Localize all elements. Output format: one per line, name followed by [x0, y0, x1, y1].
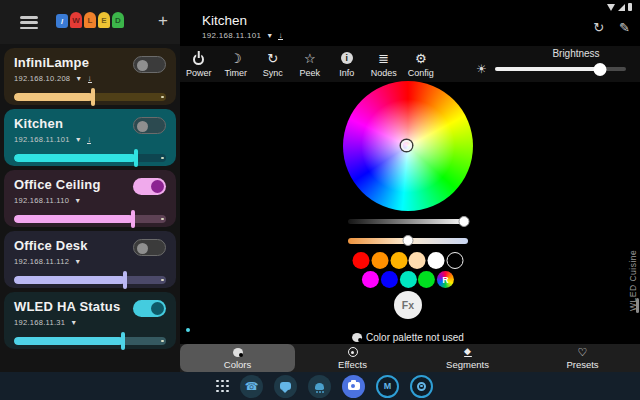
master-brightness: Brightness ☀	[476, 46, 626, 82]
info-icon: i	[341, 51, 353, 66]
brightness-icon: ☀	[476, 63, 487, 75]
star-icon: ☆	[304, 51, 316, 66]
device-ip: 192.168.11.101	[14, 135, 70, 144]
phone-app-icon[interactable]: ☎	[240, 375, 263, 398]
sync-icon: ↻	[267, 51, 278, 66]
slider-knob[interactable]	[131, 210, 135, 228]
sidebar-topbar: / W L E D +	[0, 0, 180, 44]
swatch-red[interactable]	[353, 252, 370, 269]
slider-knob[interactable]	[123, 271, 127, 289]
device-brightness-slider[interactable]	[14, 271, 166, 289]
camera-app-icon[interactable]	[342, 375, 365, 398]
color-wheel[interactable]	[343, 81, 473, 211]
nodes-button[interactable]: ≣ Nodes	[366, 51, 403, 78]
wled-logo: / W L E D	[56, 12, 124, 28]
android-taskbar: ☎ M	[0, 372, 640, 400]
gear-icon: ⚙	[415, 51, 427, 66]
update-available-icon[interactable]: ↓	[87, 136, 91, 144]
config-button[interactable]: ⚙ Config	[403, 51, 440, 78]
wled-control-panel: Kitchen 192.168.11.101 ▼ ↓ ↻ ✎ Power ☽ T…	[180, 0, 640, 372]
swatch-random[interactable]: R	[437, 271, 454, 288]
white-balance-knob[interactable]	[403, 235, 414, 246]
refresh-button[interactable]: ↻	[593, 20, 604, 35]
swatch-turquoise[interactable]	[400, 271, 417, 288]
tab-colors[interactable]: Colors	[180, 344, 295, 372]
device-ip: 192.168.11.110	[14, 196, 69, 205]
device-card-office-desk[interactable]: Office Desk 192.168.11.112 ▼	[4, 231, 176, 288]
wifi-icon: ▼	[266, 32, 273, 39]
device-name: InfiniLampe	[14, 55, 89, 70]
slider-end-dot	[161, 279, 164, 282]
tab-presets[interactable]: ♡ Presets	[525, 344, 640, 372]
timer-button[interactable]: ☽ Timer	[218, 51, 255, 78]
peek-button[interactable]: ☆ Peek	[292, 51, 329, 78]
color-wheel-cursor[interactable]	[401, 140, 412, 151]
sync-button[interactable]: ↻ Sync	[255, 51, 292, 78]
logo-led-w: W	[70, 12, 82, 28]
add-device-button[interactable]: +	[158, 11, 168, 31]
power-toggle[interactable]	[133, 178, 166, 195]
tab-effects[interactable]: Effects	[295, 344, 410, 372]
brightness-label: Brightness	[526, 48, 626, 59]
color-swatch-row-1	[353, 252, 464, 269]
circles-app-icon[interactable]	[410, 375, 433, 398]
slider-end-dot	[161, 218, 164, 221]
slider-end-dot	[161, 157, 164, 160]
swatch-warm-white[interactable]	[409, 252, 426, 269]
swatch-orange[interactable]	[371, 252, 388, 269]
swatch-black[interactable]	[446, 252, 463, 269]
edit-button[interactable]: ✎	[619, 20, 630, 35]
app-drawer-icon[interactable]	[216, 380, 229, 393]
device-card-office-ceiling[interactable]: Office Ceiling 192.168.11.110 ▼	[4, 170, 176, 227]
swatch-amber[interactable]	[390, 252, 407, 269]
power-toggle[interactable]	[133, 239, 166, 256]
fx-button[interactable]: Fx	[394, 291, 422, 319]
swatch-green[interactable]	[418, 271, 435, 288]
swatch-magenta[interactable]	[362, 271, 379, 288]
m-app-icon[interactable]: M	[376, 375, 399, 398]
device-brightness-slider[interactable]	[14, 149, 166, 167]
palette-status: Color palette not used	[352, 332, 464, 343]
wifi-icon: ▼	[74, 197, 81, 204]
swatch-blue[interactable]	[381, 271, 398, 288]
octopus-app-icon[interactable]	[308, 375, 331, 398]
menu-icon[interactable]	[20, 16, 38, 29]
device-ip: 192.168.11.31	[14, 318, 65, 327]
device-card-kitchen[interactable]: Kitchen 192.168.11.101 ▼ ↓	[4, 109, 176, 166]
power-button[interactable]: Power	[181, 51, 218, 78]
heart-icon: ♡	[578, 346, 588, 358]
battery-icon	[628, 3, 633, 11]
slider-knob[interactable]	[121, 332, 125, 350]
update-available-icon[interactable]: ↓	[88, 75, 92, 83]
device-sidebar: / W L E D + InfiniLampe 192.168.10.208 ▼…	[0, 0, 180, 372]
slider-knob[interactable]	[134, 149, 138, 167]
slider-knob[interactable]	[91, 88, 95, 106]
bottom-tab-bar: Colors Effects ◆ Segments ♡ Presets	[180, 344, 640, 372]
tab-segments[interactable]: ◆ Segments	[410, 344, 525, 372]
value-slider-knob[interactable]	[459, 216, 470, 227]
scrollbar[interactable]	[636, 298, 639, 313]
device-brightness-slider[interactable]	[14, 88, 166, 106]
power-toggle[interactable]	[133, 300, 166, 317]
device-header: Kitchen 192.168.11.101 ▼ ↓	[202, 13, 283, 40]
device-brightness-slider[interactable]	[14, 332, 166, 350]
device-card-wled-ha-status[interactable]: WLED HA Status 192.168.11.31 ▼	[4, 292, 176, 349]
swatch-white[interactable]	[428, 252, 445, 269]
device-brightness-slider[interactable]	[14, 210, 166, 228]
brightness-knob[interactable]	[593, 63, 606, 76]
power-toggle[interactable]	[133, 56, 166, 73]
logo-led-l: L	[84, 12, 96, 28]
messages-app-icon[interactable]	[274, 375, 297, 398]
list-icon: ≣	[378, 51, 389, 66]
device-ip: 192.168.10.208	[14, 74, 70, 83]
power-toggle[interactable]	[133, 117, 166, 134]
wifi-icon	[607, 4, 615, 11]
value-slider[interactable]	[348, 214, 468, 228]
screen: / W L E D + InfiniLampe 192.168.10.208 ▼…	[0, 0, 640, 400]
white-balance-slider[interactable]	[348, 233, 468, 247]
update-available-icon[interactable]: ↓	[278, 32, 282, 40]
logo-led-d: D	[112, 12, 124, 28]
device-card-infinilampe[interactable]: InfiniLampe 192.168.10.208 ▼ ↓	[4, 48, 176, 105]
info-button[interactable]: i Info	[329, 51, 366, 78]
brightness-slider[interactable]	[495, 67, 626, 71]
